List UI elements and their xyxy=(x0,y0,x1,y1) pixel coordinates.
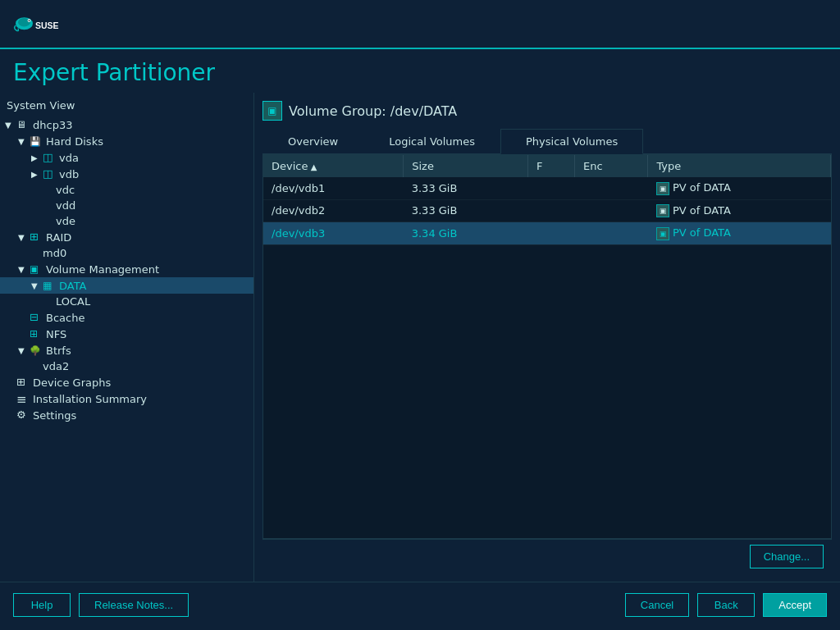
cell-type-label-1: PV of DATA xyxy=(673,204,731,217)
computer-icon xyxy=(16,118,30,131)
sidebar-item-dhcp33[interactable]: dhcp33 xyxy=(0,116,253,133)
hdd-icon xyxy=(30,135,43,148)
tree-arrow-installation-summary xyxy=(5,395,16,404)
cancel-button[interactable]: Cancel xyxy=(625,593,689,617)
sidebar-item-device-graphs[interactable]: Device Graphs xyxy=(0,374,253,390)
sidebar-item-md0[interactable]: md0 xyxy=(0,245,253,261)
col-header-f[interactable]: F xyxy=(527,155,574,177)
tree-arrow-vde xyxy=(44,217,56,226)
btrfs-icon xyxy=(30,344,43,357)
tab-physical-volumes[interactable]: Physical Volumes xyxy=(500,129,643,154)
tree-arrow-local xyxy=(44,297,56,306)
disk-icon xyxy=(43,167,56,180)
sidebar-item-vde[interactable]: vde xyxy=(0,213,253,229)
change-button[interactable]: Change... xyxy=(750,545,824,568)
sidebar-label-hard-disks: Hard Disks xyxy=(46,135,103,148)
tree-arrow-device-graphs xyxy=(5,378,16,387)
table-header-row: DeviceSizeFEncType xyxy=(263,155,831,177)
sidebar-item-vdc[interactable]: vdc xyxy=(0,182,253,198)
content-header: ▣ Volume Group: /dev/DATA xyxy=(262,101,832,121)
sidebar-label-volume-management: Volume Management xyxy=(46,263,159,276)
col-header-device[interactable]: Device xyxy=(263,155,404,177)
table-row[interactable]: /dev/vdb13.33 GiB▣PV of DATA xyxy=(263,177,831,199)
cell-f-0 xyxy=(527,177,574,199)
cell-enc-1 xyxy=(575,199,648,222)
physical-volumes-table: DeviceSizeFEncType /dev/vdb13.33 GiB▣PV … xyxy=(263,155,831,245)
sidebar-item-vda2[interactable]: vda2 xyxy=(0,358,253,374)
sidebar-label-settings: Settings xyxy=(33,409,76,422)
accept-button[interactable]: Accept xyxy=(763,593,827,617)
col-header-enc[interactable]: Enc xyxy=(575,155,648,177)
sidebar-label-dhcp33: dhcp33 xyxy=(33,119,72,131)
sidebar-item-bcache[interactable]: Bcache xyxy=(0,309,253,326)
tabs-bar: OverviewLogical VolumesPhysical Volumes xyxy=(262,129,832,154)
sidebar-item-vdd[interactable]: vdd xyxy=(0,198,253,213)
cell-type-2: ▣PV of DATA xyxy=(648,222,831,245)
sidebar-tree: dhcp33Hard Disksvdavdb vdc vdd vdeRAID m… xyxy=(0,116,253,423)
sidebar-label-raid: RAID xyxy=(46,231,71,244)
sidebar-label-vda: vda xyxy=(59,152,79,164)
disk-icon xyxy=(43,151,56,164)
help-button[interactable]: Help xyxy=(13,593,71,617)
page-title: Expert Partitioner xyxy=(13,59,827,86)
tree-arrow-bcache xyxy=(18,313,30,322)
tab-logical-volumes[interactable]: Logical Volumes xyxy=(363,129,500,153)
sidebar-item-volume-management[interactable]: Volume Management xyxy=(0,261,253,277)
svg-point-3 xyxy=(29,20,30,21)
tree-arrow-nfs xyxy=(18,330,30,339)
sidebar-item-btrfs[interactable]: Btrfs xyxy=(0,342,253,358)
sidebar-label-vdd: vdd xyxy=(56,199,75,212)
vg-icon: ▣ xyxy=(262,101,282,121)
sidebar-label-vde: vde xyxy=(56,215,75,227)
sidebar-item-vda[interactable]: vda xyxy=(0,149,253,166)
tree-arrow-dhcp33 xyxy=(5,121,16,130)
sidebar-label-vdb: vdb xyxy=(59,168,79,180)
table-row[interactable]: /dev/vdb23.33 GiB▣PV of DATA xyxy=(263,199,831,222)
col-header-type[interactable]: Type xyxy=(648,155,831,177)
pv-icon-2: ▣ xyxy=(656,227,669,240)
tree-arrow-md0 xyxy=(31,249,43,258)
tree-arrow-vda2 xyxy=(31,362,43,371)
cell-device-0: /dev/vdb1 xyxy=(263,177,404,199)
sidebar-item-raid[interactable]: RAID xyxy=(0,229,253,245)
release-notes-button[interactable]: Release Notes... xyxy=(79,593,189,617)
sidebar-item-nfs[interactable]: NFS xyxy=(0,326,253,342)
cell-device-2: /dev/vdb3 xyxy=(263,222,404,245)
sidebar-label-installation-summary: Installation Summary xyxy=(33,393,147,405)
sidebar-item-settings[interactable]: Settings xyxy=(0,407,253,423)
summary-icon xyxy=(16,392,30,405)
sidebar-item-local[interactable]: LOCAL xyxy=(0,294,253,309)
cell-type-1: ▣PV of DATA xyxy=(648,199,831,222)
table-row[interactable]: /dev/vdb33.34 GiB▣PV of DATA xyxy=(263,222,831,245)
tree-arrow-data xyxy=(31,281,43,290)
sidebar: System View dhcp33Hard Disksvdavdb vdc v… xyxy=(0,93,254,582)
footer-left: Help Release Notes... xyxy=(13,593,189,617)
sidebar-item-vdb[interactable]: vdb xyxy=(0,166,253,182)
tree-arrow-vdc xyxy=(44,185,56,194)
sidebar-item-hard-disks[interactable]: Hard Disks xyxy=(0,133,253,149)
bottom-bar: Change... xyxy=(262,539,832,573)
sidebar-label-data: DATA xyxy=(59,280,87,292)
cell-type-0: ▣PV of DATA xyxy=(648,177,831,199)
cell-device-1: /dev/vdb2 xyxy=(263,199,404,222)
tab-overview[interactable]: Overview xyxy=(262,129,363,153)
device-graphs-icon xyxy=(16,376,30,389)
cell-f-1 xyxy=(527,199,574,222)
raid-icon xyxy=(30,231,43,244)
suse-logo: SUSE xyxy=(13,7,62,40)
sidebar-label-vda2: vda2 xyxy=(43,360,69,372)
header: SUSE xyxy=(0,0,840,49)
tree-arrow-settings xyxy=(5,411,16,420)
cell-type-label-0: PV of DATA xyxy=(673,181,731,194)
sidebar-label-device-graphs: Device Graphs xyxy=(33,377,111,389)
cell-enc-2 xyxy=(575,222,648,245)
col-header-size[interactable]: Size xyxy=(404,155,528,177)
back-button[interactable]: Back xyxy=(697,593,755,617)
cell-type-label-2: PV of DATA xyxy=(673,226,731,239)
pv-icon-1: ▣ xyxy=(656,204,669,217)
tree-arrow-hard-disks xyxy=(18,137,30,146)
sidebar-item-installation-summary[interactable]: Installation Summary xyxy=(0,390,253,407)
sidebar-item-data[interactable]: DATA xyxy=(0,277,253,294)
footer-right: Cancel Back Accept xyxy=(625,593,827,617)
nfs-icon xyxy=(30,327,43,340)
